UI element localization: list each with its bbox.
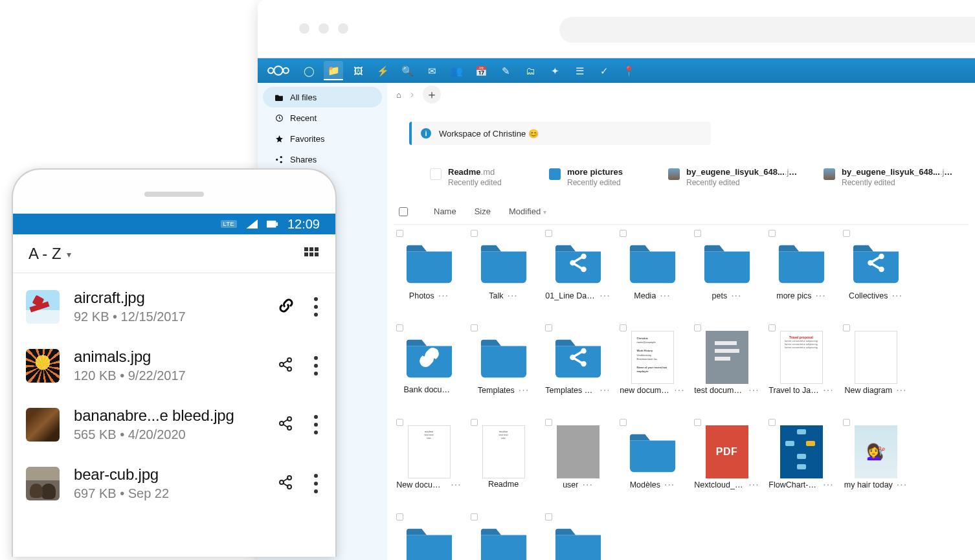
sort-dropdown[interactable]: A - Z ▾ — [28, 245, 71, 263]
file-name[interactable]: Modèles — [630, 480, 660, 489]
more-menu-icon[interactable]: ··· — [664, 480, 675, 490]
col-size[interactable]: Size — [475, 207, 491, 216]
sidebar-item-recent[interactable]: Recent — [263, 107, 382, 128]
app-dashboard[interactable]: ◯ — [299, 61, 319, 80]
view-grid-toggle[interactable] — [302, 245, 320, 263]
select-checkbox[interactable] — [545, 513, 552, 521]
select-checkbox[interactable] — [396, 513, 403, 521]
grid-cell[interactable]: Modèles··· — [617, 418, 688, 508]
file-name[interactable]: test document — [694, 386, 745, 395]
sidebar-item-favorites[interactable]: Favorites — [263, 128, 382, 149]
file-text[interactable]: aircraft.jpg92 KB • 12/15/2017 — [74, 289, 264, 324]
file-thumbnail[interactable] — [26, 408, 60, 442]
select-checkbox[interactable] — [843, 419, 850, 426]
more-menu-icon[interactable]: ··· — [600, 385, 610, 396]
app-mail[interactable]: ✉ — [422, 61, 442, 80]
app-calendar[interactable]: 📅 — [471, 61, 491, 80]
grid-cell[interactable]: Deck — [543, 512, 613, 560]
workspace-banner[interactable]: i Workspace of Christine 😊 — [409, 122, 711, 145]
grid-cell[interactable]: 01_Line Dan...··· — [543, 229, 613, 319]
nextcloud-logo-icon[interactable] — [265, 63, 291, 78]
grid-cell[interactable]: test document··· — [691, 323, 762, 414]
file-name[interactable]: 01_Line Dan... — [545, 291, 596, 300]
more-menu-icon[interactable] — [311, 297, 321, 317]
more-menu-icon[interactable]: ··· — [519, 385, 529, 396]
app-deck[interactable]: 🗂 — [521, 61, 540, 80]
select-checkbox[interactable] — [396, 419, 403, 426]
more-menu-icon[interactable]: ··· — [897, 480, 907, 490]
recent-item[interactable]: more picturesRecently edited — [549, 167, 642, 187]
select-checkbox[interactable] — [620, 419, 627, 426]
file-name[interactable]: user — [563, 480, 578, 489]
select-checkbox[interactable] — [843, 324, 850, 331]
grid-cell[interactable]: pets··· — [691, 229, 762, 319]
file-text[interactable]: bear-cub.jpg697 KB • Sep 22 — [74, 465, 264, 501]
app-notes[interactable]: ✎ — [496, 61, 515, 80]
file-thumbnail[interactable] — [26, 349, 60, 383]
app-integrations[interactable]: ✦ — [545, 61, 565, 80]
recent-item[interactable]: Readme.mdRecently edited — [430, 167, 523, 187]
grid-cell[interactable]: Christinename@exampleWork HistoryUnobtan… — [617, 323, 688, 414]
more-menu-icon[interactable]: ··· — [507, 291, 517, 301]
traffic-light-zoom[interactable] — [338, 23, 348, 34]
file-name[interactable]: Media — [634, 291, 656, 300]
grid-cell[interactable]: Collectives··· — [840, 229, 911, 319]
select-checkbox[interactable] — [620, 230, 627, 237]
traffic-light-minimize[interactable] — [319, 23, 329, 34]
grid-cell[interactable]: Travel proposallorem consectetur adipisc… — [766, 323, 836, 414]
grid-cell[interactable]: Templates··· — [468, 323, 539, 414]
share-icon[interactable] — [278, 475, 297, 493]
grid-cell[interactable]: Talk··· — [468, 229, 539, 319]
grid-cell[interactable]: Bank docum... — [394, 323, 464, 414]
file-name[interactable]: Talk — [489, 291, 503, 300]
sidebar-item-all[interactable]: All files — [263, 87, 382, 107]
grid-cell[interactable]: Media··· — [617, 229, 688, 319]
more-menu-icon[interactable]: ··· — [660, 291, 670, 301]
grid-cell[interactable]: New diagram··· — [840, 323, 911, 414]
select-checkbox[interactable] — [768, 324, 776, 331]
file-name[interactable]: more pics — [776, 291, 811, 300]
grid-cell[interactable]: readmetext texttextReadme — [468, 418, 539, 508]
file-name[interactable]: Travel to Jap... — [768, 386, 819, 395]
app-photos[interactable]: 🖼 — [348, 61, 368, 80]
select-checkbox[interactable] — [396, 230, 403, 237]
link-icon[interactable] — [278, 298, 297, 316]
select-checkbox[interactable] — [396, 324, 403, 331]
more-menu-icon[interactable]: ··· — [731, 291, 741, 301]
recent-item[interactable]: by_eugene_lisyuk_648....jpgRecently edit… — [824, 167, 953, 187]
more-menu-icon[interactable] — [311, 356, 321, 375]
file-thumbnail[interactable] — [26, 467, 60, 500]
more-menu-icon[interactable] — [311, 474, 321, 493]
select-checkbox[interactable] — [471, 513, 478, 521]
file-name[interactable]: new document — [620, 386, 670, 395]
select-checkbox[interactable] — [471, 324, 478, 331]
grid-cell[interactable]: Photos··· — [394, 229, 464, 319]
file-name[interactable]: Nextcloud_S... — [694, 480, 745, 489]
file-name[interactable]: pets — [712, 291, 728, 300]
file-name[interactable]: Photos — [409, 291, 434, 300]
grid-cell[interactable]: user··· — [543, 418, 613, 508]
more-menu-icon[interactable]: ··· — [451, 480, 461, 490]
app-search[interactable]: 🔍 — [398, 61, 417, 80]
grid-cell[interactable]: 💇‍♀️my hair today··· — [840, 418, 911, 508]
file-name[interactable]: Templates — [478, 386, 515, 395]
grid-cell[interactable]: .Calendar-Backup··· — [468, 512, 539, 560]
select-checkbox[interactable] — [471, 419, 478, 426]
url-bar[interactable] — [559, 17, 975, 43]
more-menu-icon[interactable]: ··· — [582, 480, 592, 490]
share-icon[interactable] — [278, 357, 297, 375]
select-checkbox[interactable] — [620, 324, 627, 331]
select-checkbox[interactable] — [471, 230, 478, 237]
file-text[interactable]: animals.jpg120 KB • 9/22/2017 — [74, 348, 264, 383]
grid-cell[interactable]: more pics··· — [766, 229, 836, 319]
file-thumbnail[interactable] — [26, 290, 60, 324]
app-maps[interactable]: 📍 — [619, 61, 638, 80]
app-activity[interactable]: ⚡ — [373, 61, 392, 80]
select-checkbox[interactable] — [545, 419, 552, 426]
more-menu-icon[interactable]: ··· — [438, 291, 449, 301]
select-all-checkbox[interactable] — [399, 207, 408, 216]
more-menu-icon[interactable]: ··· — [823, 480, 833, 490]
share-icon[interactable] — [278, 416, 297, 434]
grid-cell[interactable]: .Contacts-Backup··· — [394, 512, 464, 560]
home-icon[interactable]: ⌂ — [396, 90, 401, 100]
